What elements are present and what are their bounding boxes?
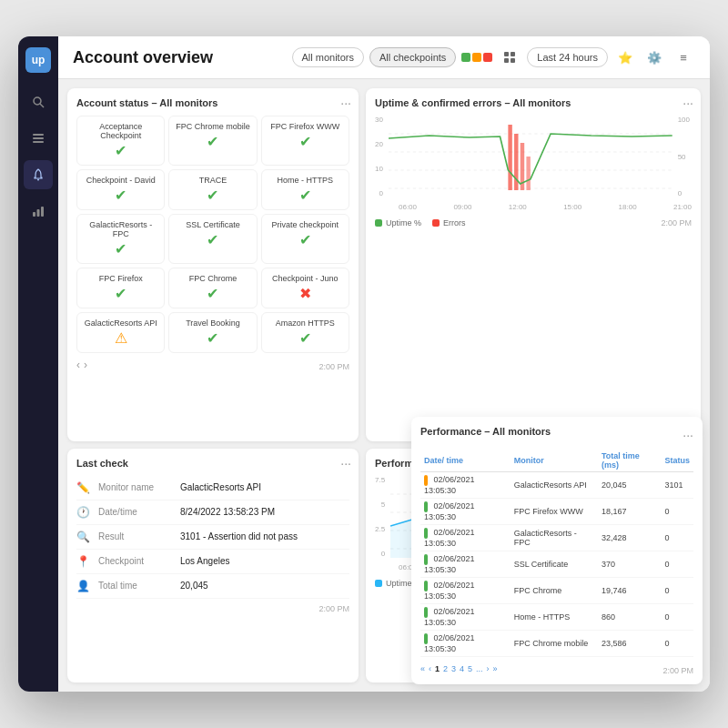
legend-blue-dot	[375, 580, 382, 587]
status-item-12[interactable]: GalacticResorts API ⚠	[76, 312, 165, 353]
performance-table: Performance – All monitors ··· Date/ tim…	[411, 417, 703, 684]
all-monitors-button[interactable]: All monitors	[292, 47, 364, 67]
uptime-y-axis-right: 100500	[676, 116, 692, 197]
item-12-name: GalacticResorts API	[85, 318, 157, 328]
status-grid: Acceptance Checkpoint ✔ FPC Chrome mobil…	[76, 116, 349, 353]
menu-icon[interactable]: ≡	[672, 46, 695, 69]
status-item-14[interactable]: Amazon HTTPS ✔	[261, 312, 349, 353]
header-controls: All monitors All checkpoints Last 24 hou…	[292, 46, 696, 69]
page-1[interactable]: 1	[435, 664, 440, 673]
uptime-chart-footer: 2:00 PM	[661, 218, 692, 228]
legend-errors: Errors	[432, 218, 466, 228]
svg-line-1	[40, 104, 44, 107]
page-first[interactable]: «	[420, 664, 425, 673]
pagination-arrows: ‹ ›	[76, 359, 87, 371]
th-total-time: Total time (ms)	[598, 450, 662, 472]
td-datetime: 02/06/2021 13:05:30	[420, 631, 511, 657]
lc-label-0: Monitor name	[98, 482, 171, 492]
td-total-time: 370	[598, 551, 662, 578]
page-2[interactable]: 2	[443, 664, 448, 673]
perf-table-menu[interactable]: ···	[682, 428, 693, 442]
td-status: 0	[661, 499, 693, 525]
svg-point-0	[34, 97, 41, 105]
status-item-8[interactable]: Private checkpoint ✔	[261, 214, 349, 264]
star-icon[interactable]: ⭐	[613, 46, 637, 69]
page-last[interactable]: »	[493, 664, 498, 673]
td-monitor: FPC Chrome mobile	[511, 631, 598, 657]
account-status-card: Account status – All monitors ··· Accept…	[67, 88, 359, 441]
page-ellipsis: ...	[476, 664, 483, 673]
item-4-icon: ✔	[207, 187, 218, 204]
status-item-5[interactable]: Home - HTTPS ✔	[261, 169, 349, 210]
sidebar-icon-chart[interactable]	[24, 197, 53, 226]
account-status-menu[interactable]: ···	[340, 96, 351, 110]
page-3[interactable]: 3	[451, 664, 456, 673]
status-item-13[interactable]: Travel Booking ✔	[168, 312, 257, 353]
table-row[interactable]: 02/06/2021 13:05:30 SSL Certificate 370 …	[420, 551, 693, 578]
perf-pagination: « ‹ 1 2 3 4 5 ... › » 2:00 PM	[420, 662, 693, 675]
th-status: Status	[661, 450, 693, 472]
lc-label-4: Total time	[98, 581, 171, 591]
status-item-9[interactable]: FPC Firefox ✔	[76, 268, 165, 308]
table-row[interactable]: 02/06/2021 13:05:30 GalacticResorts API …	[420, 472, 693, 499]
td-status: 0	[661, 631, 693, 657]
uptime-chart-menu[interactable]: ···	[682, 96, 693, 110]
uptime-chart-svg	[389, 116, 672, 197]
status-item-1[interactable]: FPC Chrome mobile ✔	[168, 116, 257, 166]
td-monitor: GalacticResorts - FPC	[511, 525, 598, 551]
td-status: 0	[661, 525, 693, 551]
status-item-11[interactable]: Checkpoint - Juno ✖	[261, 268, 349, 308]
last-24h-button[interactable]: Last 24 hours	[527, 47, 608, 67]
lc-row-0: ✏️ Monitor name GalacticResorts API	[76, 476, 349, 500]
item-11-icon: ✖	[299, 285, 311, 302]
sidebar-icon-list[interactable]	[24, 124, 53, 153]
status-item-2[interactable]: FPC Firefox WWW ✔	[261, 116, 349, 166]
page-5[interactable]: 5	[468, 664, 472, 673]
status-item-10[interactable]: FPC Chrome ✔	[168, 268, 257, 308]
td-status: 0	[661, 551, 693, 578]
td-monitor: FPC Firefox WWW	[511, 499, 598, 525]
lc-row-2: 🔍 Result 3101 - Assertion did not pass	[76, 525, 349, 550]
item-10-name: FPC Chrome	[189, 274, 238, 283]
sidebar-icon-search[interactable]	[24, 87, 53, 116]
status-item-0[interactable]: Acceptance Checkpoint ✔	[76, 116, 165, 166]
svg-rect-11	[504, 58, 509, 63]
status-item-7[interactable]: SSL Certificate ✔	[168, 214, 257, 264]
table-row[interactable]: 02/06/2021 13:05:30 GalacticResorts - FP…	[420, 525, 693, 551]
grid-icon[interactable]	[498, 46, 521, 69]
sidebar-icon-bell[interactable]	[24, 160, 53, 189]
header: Account overview All monitors All checkp…	[58, 36, 710, 79]
item-1-name: FPC Chrome mobile	[176, 122, 250, 131]
table-row[interactable]: 02/06/2021 13:05:30 Home - HTTPS 860 0	[420, 604, 693, 631]
lc-row-1: 🕐 Date/time 8/24/2022 13:58:23 PM	[76, 500, 349, 525]
status-item-4[interactable]: TRACE ✔	[168, 169, 257, 210]
item-6-icon: ✔	[115, 240, 126, 258]
td-monitor: FPC Chrome	[511, 578, 598, 604]
table-row[interactable]: 02/06/2021 13:05:30 FPC Firefox WWW 18,1…	[420, 499, 693, 525]
svg-point-5	[37, 179, 39, 181]
legend-errors-label: Errors	[443, 218, 466, 228]
table-row[interactable]: 02/06/2021 13:05:30 FPC Chrome mobile 23…	[420, 631, 693, 657]
lc-value-1: 8/24/2022 13:58:23 PM	[180, 507, 275, 517]
item-5-icon: ✔	[299, 187, 311, 204]
item-2-icon: ✔	[299, 133, 311, 150]
status-item-3[interactable]: Checkpoint - David ✔	[76, 169, 165, 210]
td-monitor: SSL Certificate	[511, 551, 598, 578]
table-row[interactable]: 02/06/2021 13:05:30 FPC Chrome 19,746 0	[420, 578, 693, 604]
page-prev[interactable]: ‹	[429, 664, 431, 673]
last-check-title: Last check	[76, 458, 349, 469]
lc-icon-2: 🔍	[76, 531, 89, 543]
page-next[interactable]: ›	[487, 664, 490, 673]
prev-arrow[interactable]: ‹	[76, 359, 80, 371]
gear-icon[interactable]: ⚙️	[642, 46, 666, 69]
all-checkpoints-button[interactable]: All checkpoints	[369, 47, 456, 67]
item-13-icon: ✔	[207, 329, 218, 347]
td-monitor: Home - HTTPS	[511, 604, 598, 631]
status-item-6[interactable]: GalacticResorts - FPC ✔	[76, 214, 165, 264]
green-dot	[461, 53, 470, 62]
td-datetime: 02/06/2021 13:05:30	[420, 472, 511, 499]
next-arrow[interactable]: ›	[84, 359, 87, 371]
item-0-icon: ✔	[115, 142, 126, 159]
page-4[interactable]: 4	[460, 664, 464, 673]
last-check-menu[interactable]: ···	[340, 456, 351, 470]
